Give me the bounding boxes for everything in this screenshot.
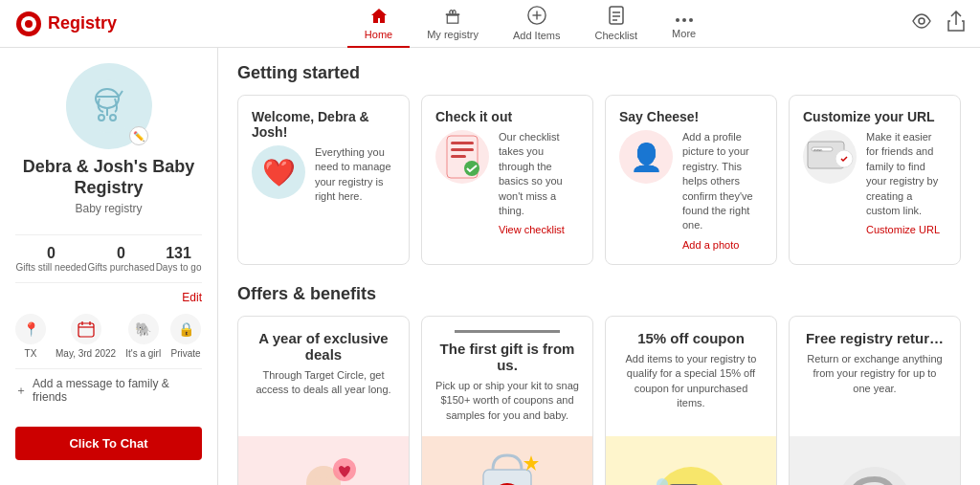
svg-rect-8 <box>610 7 623 24</box>
gs-card-welcome-title: Welcome, Debra & Josh! <box>252 109 395 140</box>
checklist-card-image <box>435 130 489 184</box>
avatar: ✏️ <box>66 63 152 149</box>
offers-title: Offers & benefits <box>237 284 961 304</box>
customize-url-link[interactable]: Customize URL <box>866 224 947 235</box>
nav-item-checklist-label: Checklist <box>594 30 637 41</box>
return-card-image <box>790 436 960 485</box>
home-icon <box>369 7 389 27</box>
svg-point-38 <box>315 475 321 483</box>
offer-card-deals-content: A year of exclusive deals Through Target… <box>238 317 409 436</box>
offer-card-deals: A year of exclusive deals Through Target… <box>237 316 410 485</box>
detail-privacy: 🔒 Private <box>170 314 201 359</box>
elephant-icon: 🐘 <box>128 314 159 344</box>
nav-item-home-label: Home <box>365 29 392 40</box>
gs-card-photo-body: 👤 Add a profile picture to your registry… <box>619 130 763 251</box>
add-photo-link[interactable]: Add a photo <box>682 239 763 251</box>
share-icon[interactable] <box>947 11 965 36</box>
detail-date: May, 3rd 2022 <box>56 314 116 359</box>
more-icon <box>675 9 694 26</box>
stat-days-to-go-label: Days to go <box>156 262 202 273</box>
svg-point-2 <box>25 20 33 28</box>
edit-link[interactable]: Edit <box>15 291 202 304</box>
getting-started-title: Getting started <box>237 63 961 83</box>
svg-rect-4 <box>447 15 457 23</box>
eye-icon[interactable] <box>911 13 932 33</box>
svg-point-12 <box>676 18 679 22</box>
plus-icon: ＋ <box>15 383 27 399</box>
location-icon: 📍 <box>15 314 46 344</box>
gs-card-welcome-text: Everything you need to manage your regis… <box>315 145 395 205</box>
offer-card-return-text: Return or exchange anything from your re… <box>803 352 947 396</box>
gs-card-url-body: www. Make it easier for friends and fami… <box>803 130 947 235</box>
calendar-icon <box>71 314 101 344</box>
svg-point-64 <box>838 467 911 485</box>
svg-point-39 <box>326 475 332 483</box>
nav-item-more[interactable]: More <box>655 0 713 48</box>
add-message-label: Add a message to family & friends <box>33 377 202 404</box>
nav-items: Home My registry Add Items Checklist Mor… <box>149 0 911 48</box>
offer-card-coupon-text: Add items to your registry to qualify fo… <box>619 352 763 411</box>
nav-logo-text: Registry <box>48 13 117 33</box>
nav-item-home[interactable]: Home <box>347 0 410 48</box>
nav-item-add-items[interactable]: Add Items <box>496 0 578 48</box>
detail-gender-label: It's a girl <box>125 348 161 359</box>
add-message-button[interactable]: ＋ Add a message to family & friends <box>15 368 202 411</box>
svg-point-15 <box>919 18 924 24</box>
offers-cards: A year of exclusive deals Through Target… <box>237 316 961 485</box>
url-card-image: www. <box>803 130 857 184</box>
offers-section: Offers & benefits A year of exclusive de… <box>237 284 961 485</box>
gs-card-photo-title: Say Cheese! <box>619 109 763 124</box>
offer-card-kit-content: The first gift is from us. Pick up or sh… <box>422 317 592 436</box>
stat-days-to-go: 131 Days to go <box>156 245 202 273</box>
stat-gifts-purchased-number: 0 <box>88 245 155 262</box>
nav-item-add-items-label: Add Items <box>513 30 561 41</box>
nav-item-checklist[interactable]: Checklist <box>577 0 655 48</box>
gs-card-checklist-title: Check it out <box>435 109 579 124</box>
detail-date-label: May, 3rd 2022 <box>56 348 116 359</box>
detail-location: 📍 TX <box>15 314 46 359</box>
offer-card-return-content: Free registry retur… Return or exchange … <box>790 317 960 436</box>
stroller-icon <box>80 77 138 135</box>
nav-logo: Registry <box>15 11 149 37</box>
detail-gender: 🐘 It's a girl <box>125 314 161 359</box>
photo-card-image: 👤 <box>619 130 673 184</box>
view-checklist-link[interactable]: View checklist <box>499 224 579 235</box>
offer-card-coupon-title: 15% off coupon <box>619 330 763 346</box>
sidebar-stats: 0 Gifts still needed 0 Gifts purchased 1… <box>15 234 202 283</box>
svg-point-13 <box>682 18 686 22</box>
offer-card-return: Free registry retur… Return or exchange … <box>789 316 961 485</box>
offer-card-coupon: 15% off coupon Add items to your registr… <box>605 316 777 485</box>
gs-card-url-title: Customize your URL <box>803 109 947 124</box>
gs-card-welcome-body: ❤️ Everything you need to manage your re… <box>252 145 395 205</box>
stat-gifts-purchased: 0 Gifts purchased <box>88 245 155 273</box>
stat-gifts-needed-number: 0 <box>16 245 87 262</box>
nav-item-more-label: More <box>672 28 696 39</box>
gs-card-checklist-text: Our checklist takes you through the basi… <box>499 130 579 218</box>
nav-right-actions <box>911 11 965 36</box>
gs-card-checklist-body: Our checklist takes you through the basi… <box>435 130 579 235</box>
gs-card-welcome: Welcome, Debra & Josh! ❤️ Everything you… <box>237 95 410 265</box>
kit-card-image <box>422 436 592 485</box>
stat-days-to-go-number: 131 <box>156 245 202 262</box>
gift-icon <box>443 7 462 27</box>
svg-point-14 <box>689 18 693 22</box>
svg-rect-28 <box>451 142 474 144</box>
offer-card-deals-title: A year of exclusive deals <box>252 330 395 363</box>
nav-item-my-registry[interactable]: My registry <box>410 0 496 48</box>
svg-text:www.: www. <box>813 147 823 152</box>
sidebar: ✏️ Debra & Josh's Baby Registry Baby reg… <box>0 48 218 485</box>
nav-item-my-registry-label: My registry <box>427 29 479 40</box>
deals-card-image <box>238 436 409 485</box>
chat-button[interactable]: Click To Chat <box>15 427 202 460</box>
offer-bar <box>455 330 560 333</box>
offer-card-kit-title: The first gift is from us. <box>435 341 579 373</box>
gs-card-photo: Say Cheese! 👤 Add a profile picture to y… <box>605 95 777 265</box>
detail-location-label: TX <box>25 348 37 359</box>
sidebar-details: 📍 TX May, 3rd 2022 🐘 It's a girl 🔒 Priva… <box>15 314 202 359</box>
top-nav: Registry Home My registry Add Items Chec… <box>0 0 980 48</box>
avatar-edit-button[interactable]: ✏️ <box>129 126 148 145</box>
offer-card-kit: The first gift is from us. Pick up or sh… <box>421 316 593 485</box>
stat-gifts-needed-label: Gifts still needed <box>16 262 87 273</box>
checklist-icon <box>608 6 625 28</box>
add-icon <box>527 6 546 28</box>
